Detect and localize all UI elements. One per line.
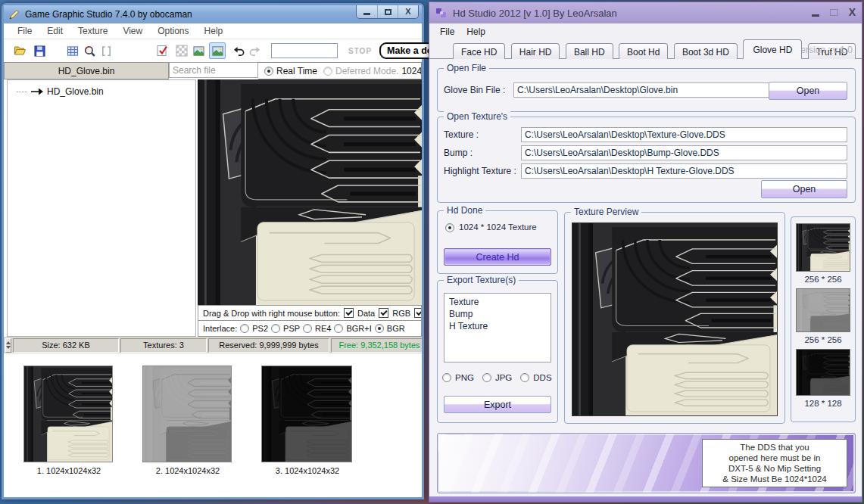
transparency-checker-icon[interactable]: [173, 42, 190, 59]
thumbnail-strip: 1. 1024x1024x32 2. 1024x1024x32 3. 1024x…: [4, 353, 422, 497]
glove-bin-file-input[interactable]: [513, 82, 771, 98]
tree-item-hd-glove[interactable]: HD_Glove.bin: [8, 80, 195, 97]
bump-label: Bump :: [444, 148, 473, 158]
alpha-checkbox[interactable]: [414, 308, 422, 318]
window-bottom-strip: [429, 496, 862, 502]
menu-help[interactable]: Help: [460, 25, 491, 39]
export-listbox[interactable]: Texture Bump H Texture: [444, 293, 551, 362]
texture-path-input[interactable]: [521, 127, 847, 142]
interlace-bgr-radio[interactable]: [375, 324, 384, 333]
validate-icon[interactable]: [154, 42, 170, 59]
export-button[interactable]: Export: [444, 396, 551, 413]
thumbnail-1[interactable]: 1. 1024x1024x32: [23, 366, 114, 475]
export-list-item-h-texture[interactable]: H Texture: [449, 320, 546, 332]
tab-glove-hd[interactable]: Glove HD: [743, 39, 802, 59]
tab-face-hd[interactable]: Face HD: [453, 43, 505, 59]
minimize-button[interactable]: [357, 5, 377, 18]
maximize-icon[interactable]: [830, 9, 838, 16]
drag-drop-options-row: Drag & Drop with right mouse button: Dat…: [198, 305, 422, 321]
deferred-mode-radio[interactable]: [323, 67, 332, 76]
open-bin-button[interactable]: Open: [769, 82, 847, 100]
interlace-psp-label: PSP: [283, 324, 300, 333]
menu-file[interactable]: File: [434, 25, 460, 39]
tab-boot-hd[interactable]: Boot Hd: [619, 43, 668, 59]
thumbnail-1-caption: 1. 1024x1024x32: [23, 466, 114, 475]
texture-preview-canvas[interactable]: [198, 79, 422, 305]
menu-edit[interactable]: Edit: [39, 24, 70, 38]
export-textures-group: Export Texture(s) Texture Bump H Texture…: [437, 280, 558, 423]
texture-preview-image-frame: [572, 222, 778, 416]
menu-help[interactable]: Help: [197, 24, 231, 38]
status-size: Size: 632 KB: [13, 338, 119, 353]
interlace-bgri-radio[interactable]: [334, 324, 343, 333]
zoom-search-icon[interactable]: [81, 42, 98, 59]
close-icon[interactable]: X: [849, 7, 856, 17]
status-spinner[interactable]: [5, 338, 11, 353]
thumbnail-2[interactable]: 2. 1024x1024x32: [142, 366, 233, 475]
open-file-icon[interactable]: [11, 42, 28, 59]
dds-note-line-1: The DDS that you: [740, 442, 809, 453]
status-textures: Textures: 3: [120, 338, 207, 353]
minimize-icon[interactable]: [812, 14, 819, 17]
data-checkbox[interactable]: [344, 308, 354, 318]
menu-texture[interactable]: Texture: [70, 24, 115, 38]
stop-label: STOP: [348, 47, 372, 55]
thumbnail-3[interactable]: 3. 1024x1024x32: [261, 366, 354, 475]
spinner-down-icon: [6, 346, 11, 349]
toolbar-value-input[interactable]: [271, 43, 338, 58]
minimize-icon: [363, 13, 370, 15]
bump-path-input[interactable]: [521, 145, 847, 160]
image-info-label: 1024x1024, 32bpp, 0 colors: [401, 66, 422, 76]
menu-view[interactable]: View: [115, 24, 150, 38]
right-caption-buttons: X: [812, 7, 856, 17]
open-textures-button[interactable]: Open: [761, 180, 847, 198]
export-group-label: Export Texture(s): [444, 275, 519, 285]
export-list-item-texture[interactable]: Texture: [449, 296, 546, 308]
status-free: Free: 9,352,158 bytes: [331, 338, 422, 353]
dds-radio[interactable]: [520, 373, 529, 382]
tab-hair-hd[interactable]: Hair HD: [511, 43, 560, 59]
thumbnail-3-caption: 3. 1024x1024x32: [261, 466, 354, 475]
tab-ball-hd[interactable]: Ball HD: [566, 43, 613, 59]
interlace-psp-radio[interactable]: [271, 324, 280, 333]
menu-options[interactable]: Options: [150, 24, 196, 38]
selection-brackets-icon[interactable]: [98, 42, 114, 59]
create-hd-button[interactable]: Create Hd: [444, 248, 551, 266]
file-tab[interactable]: HD_Glove.bin: [4, 62, 169, 79]
status-bar: Size: 632 KB Textures: 3 Reserved: 9,999…: [4, 337, 422, 353]
maximize-icon: [385, 9, 391, 15]
image-fit-icon[interactable]: [209, 42, 226, 59]
redo-icon[interactable]: [247, 42, 264, 59]
mip-thumb-texture-image: [797, 224, 850, 271]
save-icon[interactable]: [31, 42, 48, 59]
export-format-row: PNG JPG DDS: [442, 373, 554, 382]
hd-studio-app-icon: [435, 7, 448, 19]
texture-label: Texture :: [444, 129, 479, 140]
undo-icon[interactable]: [230, 42, 247, 59]
real-time-label: Real Time: [276, 66, 317, 76]
thumbnail-2-image: [143, 366, 231, 462]
maximize-button[interactable]: [377, 5, 398, 18]
grid-view-icon[interactable]: [64, 42, 81, 59]
interlace-re4-radio[interactable]: [303, 324, 312, 333]
png-radio[interactable]: [442, 373, 451, 382]
mip-thumb-bump-label: 256 * 256: [791, 335, 855, 344]
real-time-radio[interactable]: [264, 67, 273, 76]
left-titlebar[interactable]: Game Graphic Studio 7.4.0 by obocaman X: [4, 5, 422, 23]
tab-boot-3d-hd[interactable]: Boot 3d HD: [674, 43, 738, 59]
export-list-item-bump[interactable]: Bump: [449, 308, 546, 320]
texture-1024-radio[interactable]: [445, 223, 454, 232]
tree-arrow-icon: [31, 88, 43, 95]
close-button[interactable]: X: [398, 5, 418, 18]
right-titlebar[interactable]: Hd Studio 2012 [v 1.0] By LeoArsalan X: [429, 2, 862, 23]
open-textures-group: Open Texture's Texture : Bump : Highligh…: [437, 117, 856, 203]
glove-bin-file-label: Glove Bin File :: [444, 85, 505, 95]
search-input[interactable]: [169, 62, 258, 78]
menu-file[interactable]: File: [10, 24, 39, 38]
rgb-checkbox[interactable]: [379, 308, 388, 318]
highlight-path-input[interactable]: [521, 163, 847, 179]
file-tree-panel: HD_Glove.bin: [7, 79, 196, 337]
image-view-icon[interactable]: [190, 42, 207, 59]
interlace-ps2-radio[interactable]: [240, 324, 249, 333]
jpg-radio[interactable]: [482, 373, 491, 382]
